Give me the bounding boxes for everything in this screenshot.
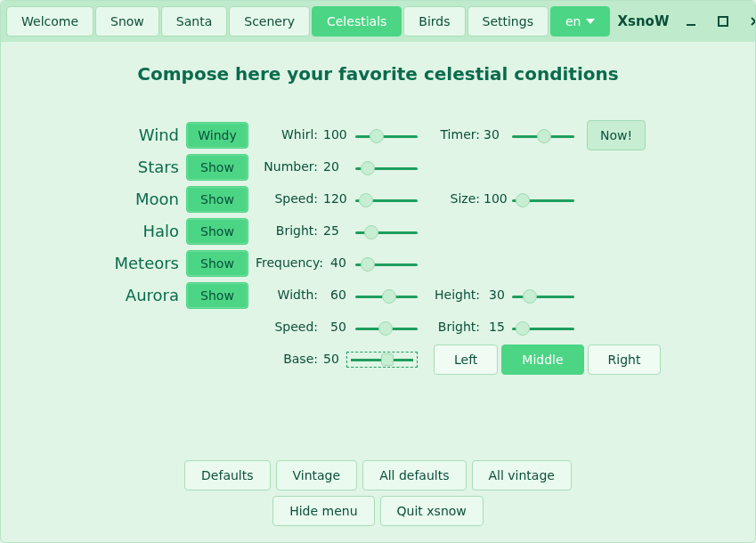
- bottom-toolbar: Defaults Vintage All defaults All vintag…: [1, 460, 755, 526]
- aurora-base-label: Base:: [259, 352, 318, 366]
- aurora-bright-value: 15: [489, 320, 505, 334]
- moon-size-label: Size:: [434, 191, 480, 206]
- defaults-button[interactable]: Defaults: [184, 460, 270, 490]
- window-controls: [674, 6, 756, 36]
- row-aurora-2: Speed: 50 Bright: 15: [1, 312, 755, 344]
- celestials-form: Wind Windy Whirl: 100 Timer: 30 Now! Sta…: [1, 120, 755, 380]
- moon-speed-slider[interactable]: [355, 194, 418, 207]
- now-button[interactable]: Now!: [587, 120, 646, 150]
- halo-toggle[interactable]: Show: [186, 218, 248, 245]
- aurora-height-slider[interactable]: [512, 290, 574, 303]
- row-meteors: Meteors Show Frequency: 40: [1, 248, 755, 280]
- svg-rect-0: [687, 24, 695, 26]
- moon-toggle[interactable]: Show: [186, 186, 248, 213]
- moon-label: Moon: [1, 190, 179, 208]
- top-bar: Welcome Snow Santa Scenery Celestials Bi…: [1, 1, 755, 42]
- meteors-label: Meteors: [1, 254, 179, 272]
- close-icon[interactable]: [749, 15, 756, 28]
- aurora-base-slider[interactable]: [346, 352, 418, 368]
- vintage-button[interactable]: Vintage: [276, 460, 358, 490]
- aurora-width-value: 60: [330, 288, 346, 302]
- tab-birds[interactable]: Birds: [403, 6, 465, 36]
- wind-toggle[interactable]: Windy: [186, 122, 248, 149]
- whirl-label: Whirl:: [259, 127, 318, 142]
- aurora-bright-label: Bright:: [434, 320, 480, 334]
- row-halo: Halo Show Bright: 25: [1, 216, 755, 248]
- all-vintage-button[interactable]: All vintage: [472, 460, 572, 490]
- svg-rect-1: [719, 17, 728, 26]
- tab-celestials[interactable]: Celestials: [312, 6, 402, 36]
- moon-size-slider[interactable]: [512, 194, 574, 207]
- tab-snow[interactable]: Snow: [95, 6, 159, 36]
- page-title: Compose here your favorite celestial con…: [1, 63, 755, 85]
- tab-welcome[interactable]: Welcome: [6, 6, 93, 36]
- stars-toggle[interactable]: Show: [186, 154, 248, 181]
- timer-slider[interactable]: [512, 130, 574, 142]
- meteors-toggle[interactable]: Show: [186, 250, 248, 277]
- aurora-speed-label: Speed:: [259, 320, 318, 334]
- whirl-slider[interactable]: [355, 130, 418, 142]
- language-code: en: [565, 14, 581, 28]
- number-slider[interactable]: [355, 162, 418, 174]
- whirl-value: 100: [323, 127, 355, 142]
- meteors-freq-slider[interactable]: [355, 258, 418, 271]
- aurora-base-value: 50: [323, 352, 339, 366]
- maximize-icon[interactable]: [717, 15, 729, 28]
- timer-value: 30: [484, 127, 516, 142]
- tab-scenery[interactable]: Scenery: [229, 6, 310, 36]
- aurora-width-label: Width:: [259, 288, 318, 302]
- aurora-speed-value: 50: [330, 320, 346, 334]
- aurora-pos-middle[interactable]: Middle: [501, 344, 583, 375]
- halo-label: Halo: [1, 222, 179, 240]
- row-stars: Stars Show Number: 20: [1, 152, 755, 184]
- aurora-toggle[interactable]: Show: [186, 282, 248, 309]
- halo-bright-label: Bright:: [259, 223, 318, 238]
- halo-bright-slider[interactable]: [355, 226, 418, 239]
- hide-menu-button[interactable]: Hide menu: [272, 496, 374, 526]
- aurora-pos-right[interactable]: Right: [588, 344, 662, 375]
- row-aurora: Aurora Show Width: 60 Height: 30: [1, 280, 755, 312]
- number-label: Number:: [259, 159, 318, 174]
- chevron-down-icon: [586, 19, 595, 24]
- aurora-pos-left[interactable]: Left: [434, 344, 498, 375]
- aurora-speed-slider[interactable]: [355, 322, 418, 335]
- halo-bright-value: 25: [323, 223, 355, 238]
- moon-size-value: 100: [484, 191, 516, 206]
- moon-speed-value: 120: [323, 191, 355, 206]
- all-defaults-button[interactable]: All defaults: [362, 460, 466, 490]
- stars-label: Stars: [1, 158, 179, 176]
- timer-label: Timer:: [434, 127, 480, 142]
- window-title: XsnoW: [612, 6, 674, 36]
- meteors-freq-label: Frequency:: [256, 255, 318, 270]
- aurora-height-value: 30: [489, 288, 505, 302]
- tab-santa[interactable]: Santa: [161, 6, 227, 36]
- meteors-freq-value: 40: [330, 255, 346, 270]
- moon-speed-label: Speed:: [259, 191, 318, 206]
- row-wind: Wind Windy Whirl: 100 Timer: 30 Now!: [1, 120, 755, 152]
- minimize-icon[interactable]: [685, 15, 697, 28]
- aurora-label: Aurora: [1, 286, 179, 304]
- language-selector[interactable]: en: [550, 6, 611, 36]
- quit-button[interactable]: Quit xsnow: [380, 496, 484, 526]
- aurora-width-slider[interactable]: [355, 290, 418, 303]
- aurora-position-segmented: Left Middle Right: [434, 344, 661, 375]
- row-moon: Moon Show Speed: 120 Size: 100: [1, 184, 755, 216]
- number-value: 20: [323, 159, 355, 174]
- tab-settings[interactable]: Settings: [467, 6, 549, 36]
- row-aurora-3: Base: 50 Left Middle Right: [1, 344, 755, 380]
- wind-label: Wind: [1, 126, 179, 144]
- aurora-height-label: Height:: [434, 288, 480, 302]
- aurora-bright-slider[interactable]: [512, 322, 574, 335]
